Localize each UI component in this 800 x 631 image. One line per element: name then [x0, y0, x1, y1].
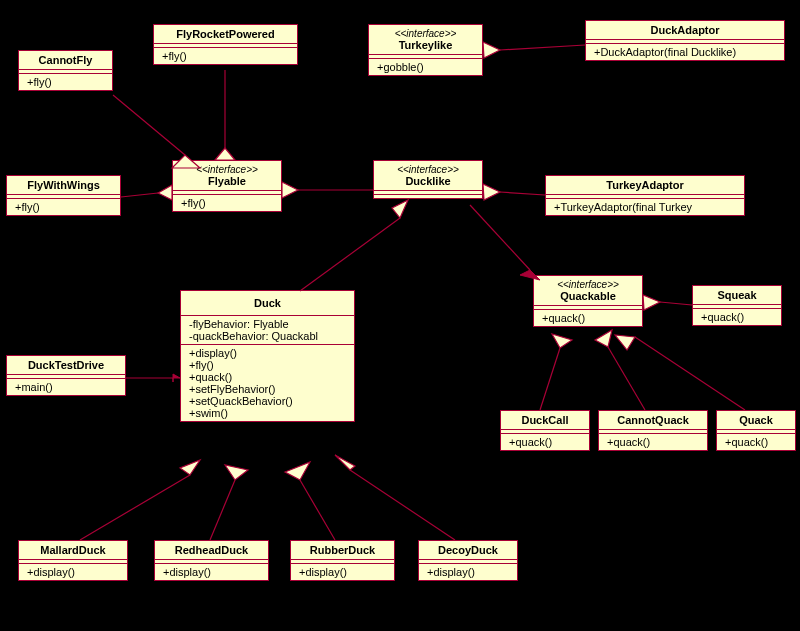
relationships [0, 0, 800, 631]
class-RubberDuck: RubberDuck +display() [290, 540, 395, 581]
stereotype: <<interface>> [377, 28, 474, 39]
class-DuckTestDrive: DuckTestDrive +main() [6, 355, 126, 396]
class-name: DecoyDuck [419, 541, 517, 560]
methods: +fly() [19, 74, 112, 90]
class-Flyable: <<interface>>Flyable +fly() [172, 160, 282, 212]
stereotype: <<interface>> [181, 164, 273, 175]
class-name: <<interface>>Quackable [534, 276, 642, 306]
class-DuckCall: DuckCall +quack() [500, 410, 590, 451]
class-Quackable: <<interface>>Quackable +quack() [533, 275, 643, 327]
class-FlyWithWings: FlyWithWings +fly() [6, 175, 121, 216]
methods: +fly() [154, 48, 297, 64]
class-name: FlyRocketPowered [154, 25, 297, 44]
class-name: <<interface>>Turkeylike [369, 25, 482, 55]
svg-line-4 [121, 193, 158, 197]
class-name: Squeak [693, 286, 781, 305]
methods: +display() +fly() +quack() +setFlyBehavi… [181, 345, 354, 421]
class-name: Duck [181, 291, 354, 316]
svg-line-14 [470, 205, 530, 270]
methods: +quack() [534, 310, 642, 326]
class-Quack: Quack +quack() [716, 410, 796, 451]
methods: +display() [419, 564, 517, 580]
class-CannotQuack: CannotQuack +quack() [598, 410, 708, 451]
svg-line-10 [500, 192, 545, 195]
class-Duck: Duck -flyBehavior: Flyable -quackBehavio… [180, 290, 355, 422]
svg-marker-25 [173, 374, 180, 382]
svg-marker-19 [552, 334, 572, 348]
methods: +fly() [7, 199, 120, 215]
class-CannotFly: CannotFly +fly() [18, 50, 113, 91]
class-MallardDuck: MallardDuck +display() [18, 540, 128, 581]
class-name: RedheadDuck [155, 541, 268, 560]
methods [374, 195, 482, 198]
class-name: CannotQuack [599, 411, 707, 430]
svg-line-16 [660, 302, 692, 305]
stereotype: <<interface>> [542, 279, 634, 290]
class-name: TurkeyAdaptor [546, 176, 744, 195]
svg-line-30 [300, 480, 335, 540]
methods: +display() [19, 564, 127, 580]
svg-marker-17 [643, 295, 660, 310]
class-DuckAdaptor: DuckAdaptor +DuckAdaptor(final Ducklike) [585, 20, 785, 61]
class-name: Quack [717, 411, 795, 430]
class-name: DuckCall [501, 411, 589, 430]
svg-marker-5 [158, 185, 172, 200]
methods: +TurkeyAdaptor(final Turkey [546, 199, 744, 215]
class-name: RubberDuck [291, 541, 394, 560]
methods: +gobble() [369, 59, 482, 75]
class-FlyRocketPowered: FlyRocketPowered +fly() [153, 24, 298, 65]
class-Turkeylike: <<interface>>Turkeylike +gobble() [368, 24, 483, 76]
svg-marker-13 [392, 200, 408, 218]
class-Ducklike: <<interface>>Ducklike [373, 160, 483, 199]
svg-marker-21 [595, 330, 612, 347]
class-name: <<interface>>Flyable [173, 161, 281, 191]
svg-marker-27 [180, 460, 200, 475]
svg-line-18 [540, 348, 560, 410]
svg-line-26 [80, 475, 190, 540]
methods: +quack() [693, 309, 781, 325]
methods: +quack() [717, 434, 795, 450]
class-TurkeyAdaptor: TurkeyAdaptor +TurkeyAdaptor(final Turke… [545, 175, 745, 216]
svg-line-0 [113, 95, 185, 155]
class-DecoyDuck: DecoyDuck +display() [418, 540, 518, 581]
methods: +quack() [599, 434, 707, 450]
methods: +display() [291, 564, 394, 580]
svg-marker-3 [215, 148, 235, 160]
svg-marker-23 [615, 335, 635, 350]
class-name: CannotFly [19, 51, 112, 70]
svg-marker-33 [335, 455, 355, 470]
svg-line-22 [635, 337, 745, 410]
attrs: -flyBehavior: Flyable -quackBehavior: Qu… [181, 316, 354, 345]
svg-marker-9 [483, 42, 500, 58]
class-name: DuckAdaptor [586, 21, 784, 40]
class-name: DuckTestDrive [7, 356, 125, 375]
methods: +display() [155, 564, 268, 580]
class-name: FlyWithWings [7, 176, 120, 195]
methods: +main() [7, 379, 125, 395]
svg-line-12 [300, 218, 400, 291]
svg-marker-11 [483, 184, 500, 200]
svg-marker-31 [285, 462, 310, 480]
methods: +DuckAdaptor(final Ducklike) [586, 44, 784, 60]
class-Squeak: Squeak +quack() [692, 285, 782, 326]
svg-line-28 [210, 480, 235, 540]
svg-line-20 [608, 347, 645, 410]
stereotype: <<interface>> [382, 164, 474, 175]
class-name: <<interface>>Ducklike [374, 161, 482, 191]
methods: +quack() [501, 434, 589, 450]
svg-marker-29 [225, 465, 248, 480]
svg-line-32 [350, 470, 455, 540]
class-name: MallardDuck [19, 541, 127, 560]
methods: +fly() [173, 195, 281, 211]
svg-line-8 [500, 45, 585, 50]
svg-marker-7 [282, 182, 298, 198]
class-RedheadDuck: RedheadDuck +display() [154, 540, 269, 581]
